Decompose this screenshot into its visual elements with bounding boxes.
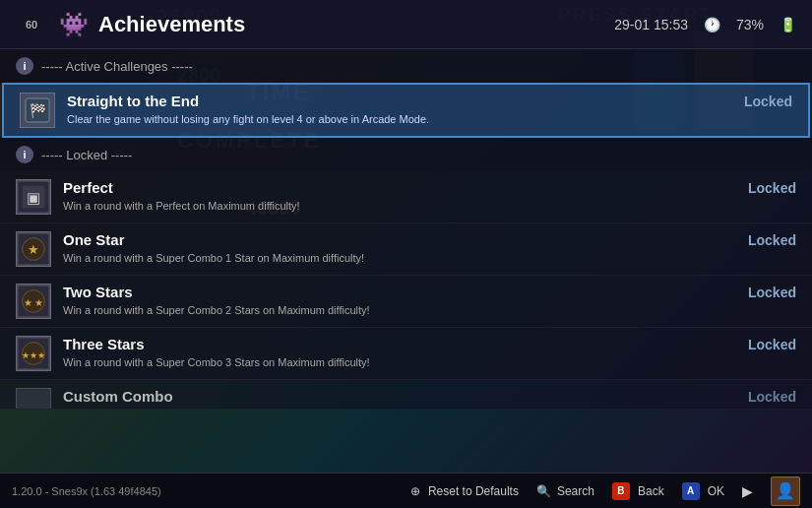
datetime-display: 29-01 15:53: [614, 17, 688, 32]
header-game-icon: 👾: [59, 11, 89, 38]
ok-label: OK: [708, 484, 724, 498]
reset-defaults-label: Reset to Defaults: [428, 484, 519, 498]
achievement-desc-three-stars: Win a round with a Super Combo 3 Stars o…: [63, 355, 796, 369]
achievement-status-three-stars: Locked: [748, 337, 796, 352]
ok-btn-icon: A: [682, 482, 700, 500]
locked-section-label: ----- Locked -----: [41, 148, 132, 162]
achievements-panel: i ----- Active Challenges ----- 🏁 Straig…: [0, 49, 812, 473]
frame-counter: 60: [16, 9, 47, 40]
achievement-item-custom-combo[interactable]: Custom Combo Locked: [0, 380, 812, 410]
bottom-actions: ⊕ Reset to Defaults 🔍 Search B Back A OK…: [407, 476, 800, 506]
header-status: 29-01 15:53 🕐 73% 🔋: [614, 17, 796, 32]
achievement-icon-one-star: ★: [16, 231, 51, 267]
achievement-content-custom-combo: Custom Combo Locked: [63, 388, 796, 405]
achievement-item-three-stars[interactable]: ★ ★ ★ Three Stars Locked Win a round wit…: [0, 328, 812, 380]
achievement-icon-custom-combo: [16, 388, 51, 410]
achievement-desc-perfect: Win a round with a Perfect on Maximum di…: [63, 199, 796, 213]
reset-defaults-button[interactable]: ⊕ Reset to Defaults: [407, 483, 519, 499]
corner-avatar: 👤: [771, 476, 800, 506]
search-label: Search: [557, 484, 594, 498]
svg-text:★: ★: [28, 242, 39, 257]
achievement-status-perfect: Locked: [748, 180, 796, 196]
version-info: 1.20.0 - Snes9x (1.63 49f4845): [12, 485, 161, 497]
achievement-icon-perfect: ▣: [16, 179, 51, 215]
svg-text:★: ★: [37, 350, 45, 360]
achievement-status-custom-combo: Locked: [748, 389, 796, 405]
page-title: Achievements: [98, 12, 614, 37]
battery-icon: 🔋: [780, 17, 796, 32]
achievement-list: i ----- Active Challenges ----- 🏁 Straig…: [0, 49, 812, 410]
active-challenges-label: ----- Active Challenges -----: [41, 59, 193, 74]
ok-button[interactable]: A OK: [682, 482, 724, 500]
info-icon-locked: i: [16, 146, 33, 163]
svg-text:▣: ▣: [27, 189, 40, 206]
achievement-desc-one-star: Win a round with a Super Combo 1 Star on…: [63, 251, 796, 265]
svg-text:★: ★: [34, 297, 43, 308]
achievement-desc-two-stars: Win a round with a Super Combo 2 Stars o…: [63, 303, 796, 317]
achievement-icon-straight: 🏁: [20, 93, 55, 128]
achievement-name-two-stars: Two Stars: [63, 284, 133, 300]
achievement-content-straight: Straight to the End Locked Clear the gam…: [67, 93, 792, 126]
achievement-icon-two-stars: ★ ★: [16, 284, 51, 319]
svg-text:★: ★: [24, 297, 32, 308]
achievement-content-two-stars: Two Stars Locked Win a round with a Supe…: [63, 284, 796, 317]
next-icon: ▶: [742, 483, 753, 499]
battery-display: 73%: [736, 17, 764, 32]
search-button[interactable]: 🔍 Search: [536, 483, 594, 499]
achievement-content-one-star: One Star Locked Win a round with a Super…: [63, 231, 796, 265]
achievement-icon-three-stars: ★ ★ ★: [16, 336, 51, 371]
achievement-name-three-stars: Three Stars: [63, 336, 145, 352]
achievement-item-one-star[interactable]: ★ One Star Locked Win a round with a Sup…: [0, 223, 812, 276]
achievement-item-perfect[interactable]: ▣ Perfect Locked Win a round with a Perf…: [0, 171, 812, 223]
reset-icon: ⊕: [407, 483, 423, 499]
achievement-name-straight: Straight to the End: [67, 93, 199, 109]
next-button[interactable]: ▶: [742, 483, 753, 499]
achievement-status-straight: Locked: [744, 94, 792, 109]
achievement-name-custom-combo: Custom Combo: [63, 388, 173, 405]
header: 60 👾 Achievements 29-01 15:53 🕐 73% 🔋: [0, 0, 812, 49]
section-header-active: i ----- Active Challenges -----: [0, 49, 812, 83]
bottom-bar: 1.20.0 - Snes9x (1.63 49f4845) ⊕ Reset t…: [0, 473, 812, 508]
achievement-name-one-star: One Star: [63, 231, 125, 248]
achievement-content-perfect: Perfect Locked Win a round with a Perfec…: [63, 179, 796, 213]
back-label: Back: [638, 484, 664, 498]
achievement-name-perfect: Perfect: [63, 179, 113, 196]
achievement-content-three-stars: Three Stars Locked Win a round with a Su…: [63, 336, 796, 369]
achievement-status-two-stars: Locked: [748, 285, 796, 300]
svg-text:🏁: 🏁: [30, 102, 47, 119]
achievement-status-one-star: Locked: [748, 232, 796, 248]
achievement-item-two-stars[interactable]: ★ ★ Two Stars Locked Win a round with a …: [0, 276, 812, 328]
achievement-desc-straight: Clear the game without losing any fight …: [67, 112, 792, 126]
achievement-item-straight-to-end[interactable]: 🏁 Straight to the End Locked Clear the g…: [2, 83, 810, 138]
back-btn-icon: B: [612, 482, 630, 500]
info-icon-active: i: [16, 57, 33, 75]
clock-icon: 🕐: [704, 17, 720, 32]
search-icon: 🔍: [536, 483, 552, 499]
back-button[interactable]: B Back: [612, 482, 664, 500]
section-header-locked: i ----- Locked -----: [0, 138, 812, 171]
